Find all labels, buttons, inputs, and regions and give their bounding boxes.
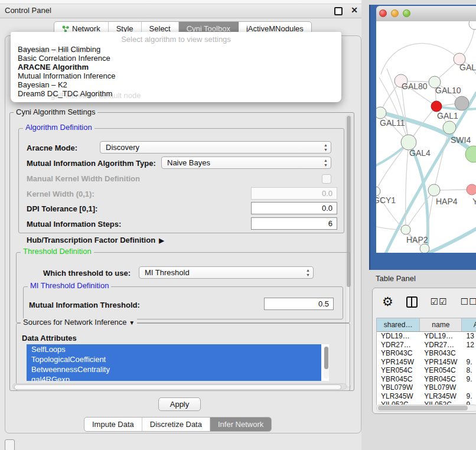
- network-node[interactable]: [401, 225, 410, 234]
- network-node[interactable]: [428, 184, 440, 196]
- hub-definition-toggle[interactable]: Hub/Transcription Factor Definition▶: [27, 236, 164, 244]
- table-row[interactable]: YLR345WYLR345W9.: [377, 392, 476, 401]
- table-cell: 9.: [462, 358, 476, 367]
- bottom-tab-infer-network[interactable]: Infer Network: [210, 418, 271, 431]
- table-row[interactable]: YER054CYER054C8.: [377, 366, 476, 375]
- dropdown-item[interactable]: Bayesian – Hill Climbing: [11, 45, 341, 54]
- column-header[interactable]: A: [462, 318, 476, 331]
- hub-definition-label: Hub/Transcription Factor Definition: [27, 236, 155, 244]
- table-horizontal-scrollbar[interactable]: [376, 405, 476, 412]
- apply-button[interactable]: Apply: [158, 397, 201, 411]
- attribute-list-item[interactable]: BetweennessCentrality: [27, 364, 321, 374]
- table-cell: YPR145W: [377, 358, 420, 367]
- mi-algorithm-type-select[interactable]: Naive Bayes ▲▼: [161, 156, 331, 169]
- scrollbar-thumb[interactable]: [14, 384, 341, 390]
- dropdown-placeholder: Select algorithm to view settings: [11, 35, 341, 44]
- scrollbar-thumb[interactable]: [378, 406, 468, 410]
- sources-title-text: Sources for Network Inference: [23, 318, 127, 327]
- table-cell: YER054C: [420, 366, 462, 375]
- stepper-icon: ▲▼: [324, 143, 328, 152]
- table-cell: YBR045C: [377, 375, 420, 384]
- scrollbar-thumb[interactable]: [324, 347, 328, 369]
- unchecked-boxes-icon[interactable]: ☐☐: [461, 296, 476, 307]
- table-cell: [462, 349, 476, 358]
- expand-right-icon: ▶: [159, 237, 164, 244]
- attribute-list-item[interactable]: gal4RGexp: [27, 374, 321, 381]
- control-panel-header: Control Panel ✕: [0, 4, 366, 18]
- mi-threshold-group-title: MI Threshold Definition: [28, 282, 111, 290]
- table-cell: 9.: [462, 375, 476, 384]
- network-node[interactable]: [420, 244, 429, 253]
- network-node[interactable]: [431, 101, 442, 112]
- sources-group-title[interactable]: Sources for Network Inference ▼: [21, 318, 137, 327]
- table-row[interactable]: YBR045CYBR045C9.: [377, 375, 476, 384]
- split-columns-icon[interactable]: [406, 296, 418, 308]
- aracne-mode-value: Discovery: [106, 143, 139, 152]
- gear-icon[interactable]: ⚙: [382, 295, 393, 308]
- stepper-icon: ▲▼: [306, 268, 310, 278]
- table-toolbar: ⚙ ☑☑ ☐☐: [382, 294, 476, 309]
- manual-kernel-width-label: Manual Kernel Width Definition: [27, 174, 140, 183]
- attributes-scrollbar[interactable]: [324, 345, 329, 379]
- table-row[interactable]: YDL19…YDL19…13: [377, 332, 476, 341]
- table-cell: 9.: [462, 392, 476, 401]
- table-row[interactable]: YDR27…YDR27…12: [377, 341, 476, 350]
- docked-panel-icon[interactable]: [5, 439, 15, 450]
- settings-group-title: Cyni Algorithm Settings: [14, 108, 97, 116]
- column-header[interactable]: shared…: [377, 318, 420, 331]
- mi-algorithm-type-label: Mutual Information Algorithm Type:: [27, 159, 156, 168]
- table-row[interactable]: YPR145WYPR145W9.: [377, 358, 476, 367]
- data-attributes-list[interactable]: SelfLoopsTopologicalCoefficientBetweenne…: [27, 344, 329, 381]
- network-node[interactable]: [467, 184, 476, 195]
- network-node[interactable]: [469, 21, 476, 30]
- network-node[interactable]: [376, 107, 386, 119]
- table-cell: 8.: [462, 366, 476, 375]
- bottom-tab-discretize-data[interactable]: Discretize Data: [142, 418, 210, 431]
- settings-horizontal-scrollbar[interactable]: [12, 383, 347, 390]
- dropdown-item[interactable]: Mutual Information Inference: [11, 71, 341, 80]
- column-header[interactable]: name: [420, 318, 462, 331]
- table-cell: YBR043C: [377, 349, 420, 358]
- network-node[interactable]: [455, 96, 469, 110]
- dpi-tolerance-field[interactable]: 0.0: [251, 202, 337, 214]
- table-cell: YLR345W: [420, 392, 462, 401]
- node-label: HAP2: [406, 235, 428, 244]
- mi-steps-field[interactable]: 6: [251, 217, 337, 230]
- network-window-titlebar[interactable]: [376, 6, 476, 22]
- table-row[interactable]: YBR043CYBR043C: [377, 349, 476, 358]
- dropdown-item[interactable]: Basic Correlation Inference: [11, 54, 341, 63]
- dropdown-item[interactable]: Dream8 DC_TDC Algorithm: [11, 89, 341, 98]
- table-row[interactable]: YBL079WYBL079W: [377, 383, 476, 392]
- dropdown-item[interactable]: ARACNE Algorithm: [11, 63, 341, 71]
- table-cell: YBR043C: [420, 349, 462, 358]
- tab-label: Discretize Data: [150, 418, 202, 431]
- network-canvas[interactable]: GALGAL80GAL10GAL1GAL11SWI4GAL4GCY1HAP4YH…: [376, 21, 476, 253]
- table-cell: YDR27…: [420, 341, 462, 350]
- network-node[interactable]: [443, 121, 456, 134]
- kernel-width-field[interactable]: 0.0: [251, 187, 337, 200]
- window-top-strip: [0, 0, 366, 4]
- dropdown-item-list: Bayesian – Hill ClimbingBasic Correlatio…: [11, 45, 341, 98]
- close-traffic-light-icon[interactable]: [379, 9, 387, 17]
- mi-threshold-field[interactable]: 0.5: [264, 298, 334, 310]
- table-cell: YER054C: [377, 366, 420, 375]
- zoom-traffic-light-icon[interactable]: [403, 9, 410, 17]
- aracne-mode-select[interactable]: Discovery ▲▼: [100, 141, 331, 154]
- manual-kernel-width-checkbox[interactable]: [322, 174, 331, 184]
- which-threshold-select[interactable]: MI Threshold ▲▼: [139, 266, 314, 279]
- attribute-list-item[interactable]: SelfLoops: [27, 344, 321, 354]
- network-node[interactable]: [376, 187, 380, 196]
- attribute-list-item[interactable]: TopologicalCoefficient: [27, 354, 321, 364]
- checked-boxes-icon[interactable]: ☑☑: [431, 296, 448, 307]
- table-cell: YBR045C: [420, 375, 462, 384]
- dropdown-item[interactable]: Bayesian – K2: [11, 80, 341, 89]
- float-panel-icon[interactable]: [334, 7, 343, 15]
- minimize-traffic-light-icon[interactable]: [391, 9, 399, 17]
- node-label: GAL10: [435, 86, 461, 95]
- network-labels: GALGAL80GAL10GAL1GAL11SWI4GAL4GCY1HAP4YH…: [376, 63, 476, 244]
- table-cell: 13: [462, 332, 476, 341]
- stepper-icon: ▲▼: [324, 158, 328, 168]
- close-icon[interactable]: ✕: [351, 5, 358, 15]
- bottom-tab-impute-data[interactable]: Impute Data: [84, 418, 142, 431]
- table-cell: 12: [462, 341, 476, 350]
